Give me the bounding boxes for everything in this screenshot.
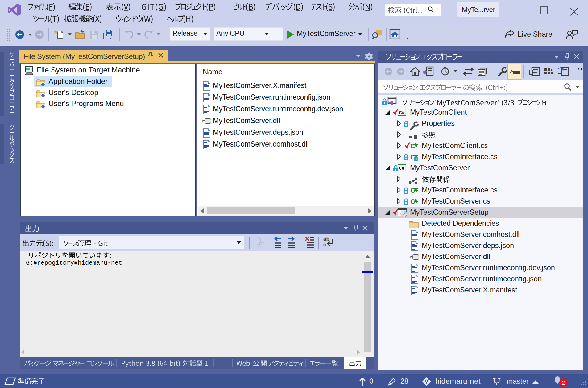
svg-text:ab: ab xyxy=(323,236,329,242)
svg-text:C#: C# xyxy=(399,166,404,171)
svg-text:c: c xyxy=(323,242,326,247)
svg-text:2: 2 xyxy=(562,380,565,386)
svg-text:C#: C# xyxy=(399,110,404,115)
